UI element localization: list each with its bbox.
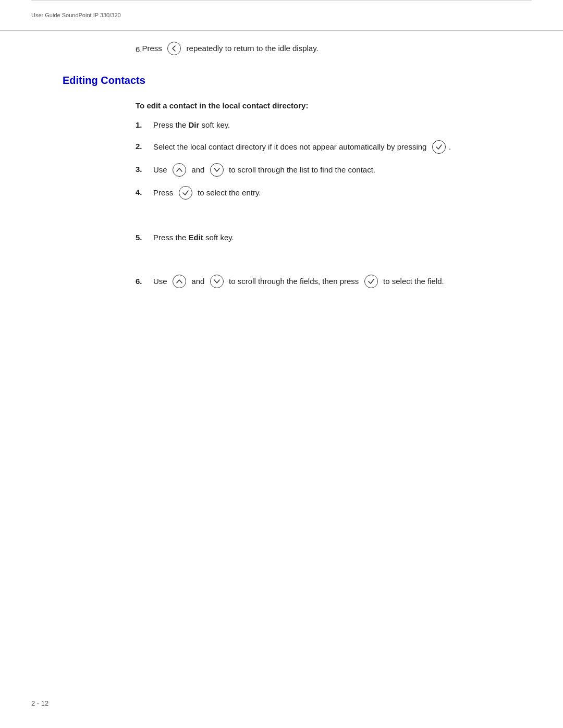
step-5: 5. Press the Edit soft key.: [136, 231, 532, 244]
footer-page-number: 2 - 12: [31, 699, 48, 707]
step-5-content: Press the Edit soft key.: [153, 231, 532, 244]
checkmark-icon-6: [364, 275, 378, 288]
step-1-content: Press the Dir soft key.: [153, 119, 532, 131]
step-1: 1. Press the Dir soft key.: [136, 119, 532, 131]
task-heading: To edit a contact in the local contact d…: [136, 101, 532, 110]
step-1-dir: Dir: [189, 120, 200, 129]
header-label: User Guide SoundPoint IP 330/320: [31, 12, 121, 18]
step-5-edit: Edit: [189, 233, 203, 242]
step-2: 2. Select the local contact directory if…: [136, 141, 532, 154]
down-arrow-icon-3: [210, 163, 224, 177]
down-arrow-icon-6: [210, 275, 224, 288]
steps-list: 1. Press the Dir soft key. 2. Select the…: [136, 119, 532, 200]
section-title: Editing Contacts: [63, 75, 532, 87]
step-6-content: Use and to scroll through the fields, th…: [153, 275, 532, 289]
checkmark-icon-2: [432, 140, 446, 154]
step-intro-text: Press repeatedly to return to the idle d…: [142, 42, 319, 56]
step-6-num: 6.: [136, 275, 150, 288]
header-bar: User Guide SoundPoint IP 330/320: [0, 0, 563, 31]
step-4-num: 4.: [136, 187, 150, 199]
step-1-num: 1.: [136, 119, 150, 131]
step-6: 6. Use and to scroll through the fields,…: [136, 275, 532, 289]
step-2-num: 2.: [136, 141, 150, 153]
checkmark-icon-4: [179, 186, 192, 200]
left-arrow-icon: [167, 42, 181, 55]
up-arrow-icon-6: [173, 275, 186, 288]
step-4-content: Press to select the entry.: [153, 187, 532, 200]
step-3: 3. Use and to scroll through the list to…: [136, 164, 532, 177]
step-2-content: Select the local contact directory if it…: [153, 141, 532, 154]
main-content: 6. Press repeatedly to return to the idl…: [0, 1, 563, 339]
up-arrow-icon-3: [173, 163, 186, 177]
step-intro-press: 6. Press repeatedly to return to the idl…: [136, 42, 532, 56]
step-4: 4. Press to select the entry.: [136, 187, 532, 200]
step-5-num: 5.: [136, 231, 150, 244]
step-3-content: Use and to scroll through the list to fi…: [153, 164, 532, 177]
step-intro-num: 6.: [136, 45, 142, 54]
step-3-num: 3.: [136, 164, 150, 176]
